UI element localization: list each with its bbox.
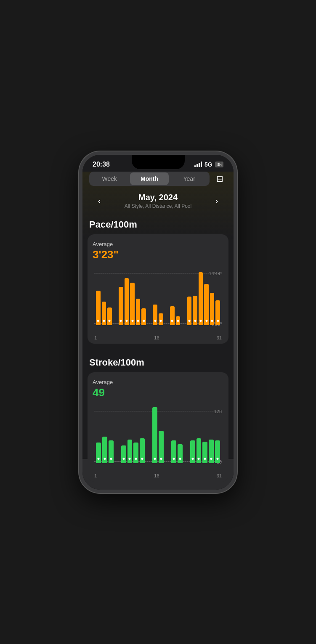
pace-bar-6 <box>130 266 135 325</box>
pace-bar-3 <box>113 266 118 325</box>
pace-bar-17 <box>193 266 197 325</box>
pace-avg-value: 3'23" <box>93 248 223 261</box>
stroke-bar-3 <box>115 404 120 463</box>
next-period-button[interactable]: › <box>210 194 223 207</box>
signal-icon <box>194 162 202 167</box>
stroke-bar-1 <box>102 404 107 463</box>
pace-bar-20 <box>210 266 215 325</box>
pace-bar-7 <box>136 266 141 325</box>
stroke-bar-17 <box>202 404 207 463</box>
stroke-bar-chart: 128 16 <box>94 404 222 472</box>
pace-bar-2 <box>107 266 112 325</box>
pace-x-1: 1 <box>94 335 97 340</box>
pace-chart-card: Average 3'23" 14'49" 0'25" 1 16 <box>88 234 228 344</box>
pace-bar-15 <box>181 266 186 325</box>
pace-bar-chart: 14'49" 0'25" <box>94 266 222 334</box>
stroke-avg-value: 49 <box>93 386 223 399</box>
pace-bar-5 <box>125 266 129 325</box>
stroke-bar-11 <box>165 404 170 463</box>
pace-section-title: Pace/100m <box>82 216 234 234</box>
stroke-bar-5 <box>127 404 133 463</box>
stroke-x-1: 1 <box>94 473 97 478</box>
pace-x-31: 31 <box>217 335 222 340</box>
tab-month[interactable]: Month <box>130 172 169 185</box>
stroke-bar-13 <box>178 404 183 463</box>
stroke-x-axis: 1 16 31 <box>93 472 223 478</box>
period-subtitle: All Style, All Distance, All Pool <box>125 203 191 209</box>
pace-bar-0 <box>96 266 101 325</box>
tab-selector: Week Month Year ⊟ <box>82 172 234 186</box>
stroke-bar-10 <box>159 404 164 463</box>
pace-bar-10 <box>153 266 157 325</box>
stroke-bar-9 <box>152 404 157 463</box>
stroke-bar-19 <box>215 404 220 463</box>
pace-bar-16 <box>187 266 192 325</box>
filter-icon[interactable]: ⊟ <box>213 172 227 186</box>
stroke-section-title: Stroke/100m <box>82 354 234 372</box>
prev-period-button[interactable]: ‹ <box>93 194 106 207</box>
stroke-x-16: 16 <box>154 473 159 478</box>
pace-x-16: 16 <box>154 335 159 340</box>
stroke-bar-18 <box>209 404 214 463</box>
stroke-bar-16 <box>197 404 202 463</box>
pace-bar-11 <box>159 266 163 325</box>
stroke-avg-label: Average <box>93 379 223 385</box>
pace-bar-12 <box>165 266 169 325</box>
tab-week[interactable]: Week <box>90 172 129 185</box>
pace-bar-14 <box>176 266 181 325</box>
stroke-bar-6 <box>133 404 138 463</box>
pace-avg-label: Average <box>93 241 223 247</box>
stroke-bar-15 <box>190 404 195 463</box>
pace-bar-19 <box>204 266 209 325</box>
pace-bar-1 <box>102 266 106 325</box>
stroke-x-31: 31 <box>217 473 222 478</box>
stroke-bar-2 <box>109 404 114 463</box>
pace-x-axis: 1 16 31 <box>93 334 223 340</box>
status-time: 20:38 <box>93 161 110 168</box>
stroke-bars-area <box>94 404 222 463</box>
stroke-bar-0 <box>96 404 101 463</box>
stroke-bar-12 <box>171 404 176 463</box>
battery-level: 35 <box>215 162 223 167</box>
pace-bar-21 <box>215 266 220 325</box>
period-tab-group: Week Month Year <box>89 172 210 186</box>
pace-bar-18 <box>199 266 203 325</box>
date-header: ‹ May, 2024 All Style, All Distance, All… <box>82 189 234 216</box>
pace-bar-9 <box>147 266 152 325</box>
pace-bar-13 <box>170 266 175 325</box>
period-title: May, 2024 <box>125 193 191 202</box>
pace-bar-8 <box>141 266 146 325</box>
tab-year[interactable]: Year <box>170 172 209 185</box>
stroke-chart-card: Average 49 128 16 1 16 31 <box>88 372 228 482</box>
pace-bar-4 <box>119 266 123 325</box>
pace-bars-area <box>94 266 222 325</box>
stroke-bar-14 <box>184 404 189 463</box>
stroke-bar-7 <box>140 404 145 463</box>
stroke-bar-8 <box>146 404 151 463</box>
stroke-bar-4 <box>121 404 126 463</box>
notch <box>132 155 185 169</box>
network-type: 5G <box>204 161 212 168</box>
